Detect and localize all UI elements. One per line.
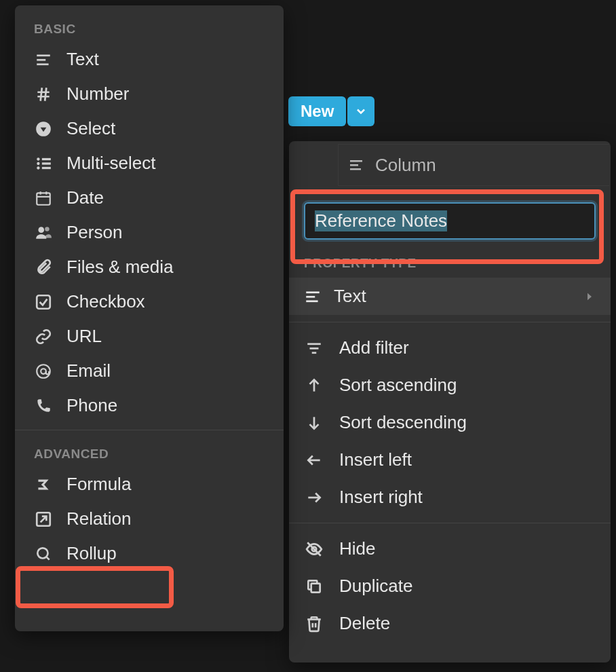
- svg-rect-4: [307, 343, 321, 345]
- hide-icon: [304, 539, 324, 559]
- property-type-label: PROPERTY TYPE: [289, 252, 611, 278]
- column-menu: PROPERTY TYPE Text Add filterSort ascend…: [289, 141, 611, 662]
- type-option-label: Formula: [66, 474, 131, 495]
- type-option-relation[interactable]: Relation: [15, 502, 284, 536]
- type-option-number[interactable]: Number: [15, 77, 284, 111]
- type-option-label: URL: [66, 326, 102, 347]
- svg-point-28: [37, 157, 39, 160]
- svg-line-25: [45, 88, 46, 101]
- action-label: Duplicate: [339, 576, 412, 597]
- svg-point-41: [37, 365, 50, 378]
- type-option-checkbox[interactable]: Checkbox: [15, 284, 284, 319]
- type-option-label: Checkbox: [66, 291, 145, 312]
- column-name-input[interactable]: [304, 202, 596, 240]
- type-option-label: Rollup: [66, 543, 117, 564]
- type-option-rollup[interactable]: Rollup: [15, 536, 284, 571]
- rollup-icon: [34, 544, 53, 563]
- svg-rect-34: [37, 193, 50, 204]
- svg-rect-40: [37, 295, 50, 309]
- type-option-person[interactable]: Person: [15, 215, 284, 250]
- select-icon: [34, 119, 53, 138]
- svg-rect-0: [306, 291, 320, 293]
- arrow-right-icon: [304, 487, 324, 508]
- action-label: Delete: [339, 613, 390, 634]
- divider: [289, 322, 611, 322]
- action-sort-descending[interactable]: Sort descending: [289, 404, 611, 441]
- type-option-label: Relation: [66, 508, 131, 529]
- action-label: Insert left: [339, 449, 412, 470]
- svg-rect-17: [350, 164, 358, 166]
- svg-line-46: [46, 557, 49, 559]
- svg-rect-20: [37, 58, 45, 60]
- action-duplicate[interactable]: Duplicate: [289, 567, 611, 605]
- action-label: Add filter: [339, 337, 409, 358]
- new-dropdown-button[interactable]: [347, 96, 374, 126]
- divider: [289, 523, 611, 523]
- type-option-label: Person: [66, 222, 122, 243]
- url-icon: [34, 327, 53, 346]
- type-option-date[interactable]: Date: [15, 181, 284, 215]
- text-icon: [34, 50, 53, 69]
- hash-icon: [34, 85, 53, 104]
- svg-line-24: [41, 88, 42, 101]
- type-option-phone[interactable]: Phone: [15, 388, 284, 423]
- type-option-email[interactable]: Email: [15, 354, 284, 388]
- action-hide[interactable]: Hide: [289, 530, 611, 567]
- svg-rect-19: [37, 54, 50, 56]
- svg-marker-3: [588, 293, 592, 300]
- svg-point-32: [37, 166, 39, 169]
- text-icon: [348, 157, 364, 173]
- email-icon: [34, 362, 53, 381]
- type-option-files-media[interactable]: Files & media: [15, 250, 284, 284]
- type-option-text[interactable]: Text: [15, 42, 284, 77]
- action-delete[interactable]: Delete: [289, 605, 611, 642]
- action-label: Sort ascending: [339, 375, 457, 396]
- person-icon: [34, 223, 53, 242]
- type-option-formula[interactable]: Formula: [15, 467, 284, 502]
- svg-rect-18: [350, 168, 361, 170]
- multiselect-icon: [34, 154, 53, 173]
- filter-icon: [304, 338, 324, 358]
- delete-icon: [304, 614, 324, 634]
- svg-rect-5: [310, 347, 319, 349]
- arrow-left-icon: [304, 450, 324, 470]
- property-type-menu: BASIC TextNumberSelectMulti-selectDatePe…: [15, 5, 284, 631]
- property-type-value: Text: [334, 286, 366, 307]
- action-sort-ascending[interactable]: Sort ascending: [289, 367, 611, 404]
- type-option-multi-select[interactable]: Multi-select: [15, 146, 284, 181]
- svg-point-39: [45, 227, 50, 231]
- column-header-label: Column: [375, 155, 436, 176]
- duplicate-icon: [304, 576, 324, 597]
- svg-rect-1: [306, 295, 315, 297]
- svg-rect-31: [42, 162, 51, 164]
- action-label: Sort descending: [339, 412, 467, 433]
- arrow-down-icon: [304, 413, 324, 433]
- basic-section-label: BASIC: [15, 12, 284, 42]
- svg-rect-21: [37, 63, 48, 65]
- type-option-label: Phone: [66, 395, 117, 416]
- action-insert-left[interactable]: Insert left: [289, 441, 611, 479]
- action-label: Insert right: [339, 487, 423, 508]
- type-option-label: Files & media: [66, 257, 174, 278]
- svg-rect-33: [42, 166, 51, 168]
- svg-rect-2: [306, 300, 317, 302]
- action-add-filter[interactable]: Add filter: [289, 329, 611, 367]
- new-button[interactable]: New: [288, 96, 346, 126]
- svg-rect-29: [42, 157, 51, 160]
- type-option-label: Email: [66, 360, 111, 381]
- action-insert-right[interactable]: Insert right: [289, 479, 611, 516]
- type-option-label: Number: [66, 83, 129, 105]
- date-icon: [34, 189, 53, 208]
- phone-icon: [34, 396, 53, 415]
- type-option-select[interactable]: Select: [15, 111, 284, 146]
- svg-rect-16: [350, 160, 362, 162]
- type-option-url[interactable]: URL: [15, 319, 284, 354]
- formula-icon: [34, 475, 53, 494]
- svg-point-38: [38, 227, 44, 233]
- property-type-selector[interactable]: Text: [289, 278, 611, 315]
- text-icon: [304, 288, 322, 305]
- advanced-section-label: ADVANCED: [15, 437, 284, 467]
- svg-point-45: [37, 548, 47, 558]
- column-header[interactable]: Column: [338, 144, 609, 186]
- type-option-label: Select: [66, 118, 115, 139]
